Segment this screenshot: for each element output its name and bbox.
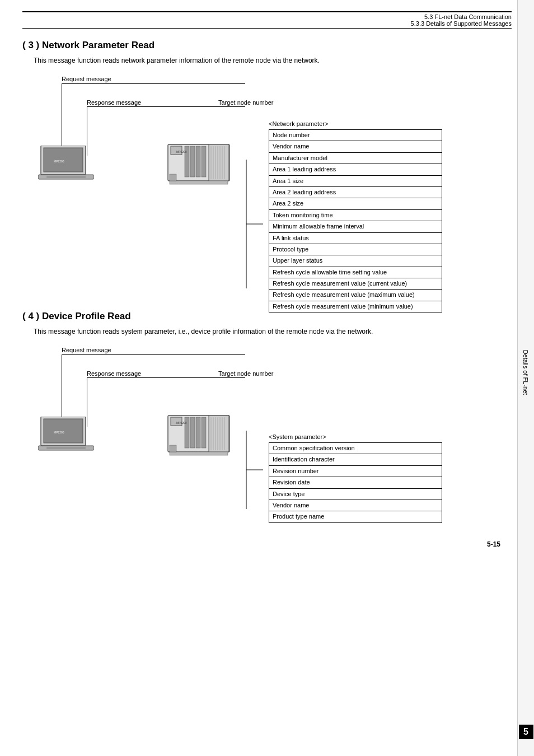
svg-text:MP2200: MP2200 bbox=[176, 150, 187, 153]
brace-2 bbox=[241, 431, 269, 509]
table-row: Revision date bbox=[269, 477, 442, 488]
svg-rect-42 bbox=[170, 445, 176, 452]
table-row: FA link status bbox=[269, 232, 442, 244]
table-row: Product type name bbox=[269, 511, 442, 522]
svg-text:MP2200: MP2200 bbox=[176, 421, 187, 424]
header-line1: 5.3 FL-net Data Communication bbox=[411, 13, 512, 20]
header-line2: 5.3.3 Details of Supported Messages bbox=[411, 20, 512, 27]
table-row: Area 1 size bbox=[269, 175, 442, 186]
table-row: Device type bbox=[269, 488, 442, 500]
svg-text:MP2200: MP2200 bbox=[54, 431, 64, 434]
svg-rect-41 bbox=[170, 452, 228, 455]
controller-device-1: MP2200 bbox=[165, 142, 232, 188]
label-response-2: Response message bbox=[87, 370, 141, 377]
system-param-table: Common specification versionIdentificati… bbox=[269, 442, 442, 523]
laptop-device-2: MP2200 bbox=[38, 417, 94, 455]
network-param-label: <Network parameter> bbox=[269, 120, 442, 127]
svg-rect-10 bbox=[202, 146, 206, 177]
svg-rect-30 bbox=[190, 417, 195, 448]
resp-line-horiz bbox=[87, 106, 245, 107]
table-row: Refresh cycle measurement value (maximum… bbox=[269, 290, 442, 301]
label-request-1: Request message bbox=[62, 76, 111, 82]
svg-rect-32 bbox=[202, 417, 206, 448]
svg-rect-25 bbox=[46, 447, 86, 449]
table-row: Node number bbox=[269, 130, 442, 141]
label-response-1: Response message bbox=[87, 99, 141, 106]
network-param-table: Node numberVendor nameManufacturer model… bbox=[269, 129, 442, 312]
section4: ( 4 ) Device Profile Read This message f… bbox=[22, 311, 512, 531]
table-row: Revision number bbox=[269, 465, 442, 477]
req-line-horiz-2 bbox=[62, 354, 245, 355]
section3-desc: This message function reads network para… bbox=[34, 57, 512, 64]
req-line-vert bbox=[62, 83, 62, 148]
req-line-horiz bbox=[62, 83, 245, 84]
table-row: Refresh cycle allowable time setting val… bbox=[269, 267, 442, 278]
table-row: Upper layer status bbox=[269, 255, 442, 267]
table-row: Vendor name bbox=[269, 141, 442, 152]
laptop-device-1: MP2200 bbox=[38, 146, 94, 184]
table-row: Protocol type bbox=[269, 244, 442, 255]
svg-rect-11 bbox=[209, 144, 228, 181]
svg-rect-3 bbox=[46, 176, 86, 178]
sidebar-text: Details of FL-net bbox=[523, 350, 530, 395]
table-row: Token monitoring time bbox=[269, 209, 442, 221]
brace-1 bbox=[241, 160, 269, 288]
svg-rect-8 bbox=[190, 146, 195, 177]
header-bar: 5.3 FL-net Data Communication 5.3.3 Deta… bbox=[22, 11, 512, 29]
table-row: Minimum allowable frame interval bbox=[269, 221, 442, 232]
table-row: Refresh cycle measurement value (current… bbox=[269, 278, 442, 290]
section3: ( 3 ) Network Parameter Read This messag… bbox=[22, 40, 512, 294]
header-right: 5.3 FL-net Data Communication 5.3.3 Deta… bbox=[411, 13, 512, 27]
svg-rect-33 bbox=[209, 416, 228, 452]
table-row: Manufacturer model bbox=[269, 152, 442, 164]
label-target-node-1: Target node number bbox=[218, 99, 273, 106]
svg-text:MP2200: MP2200 bbox=[54, 160, 64, 163]
page-number: 5-15 bbox=[487, 540, 500, 548]
section4-desc: This message function reads system param… bbox=[34, 328, 512, 335]
table-row: Area 1 leading address bbox=[269, 164, 442, 175]
section3-title: ( 3 ) Network Parameter Read bbox=[22, 40, 512, 51]
resp-line-horiz-2 bbox=[87, 377, 245, 378]
req-line-vert-2 bbox=[62, 354, 62, 419]
right-sidebar: Details of FL-net 5 bbox=[517, 0, 534, 756]
label-request-2: Request message bbox=[62, 347, 111, 353]
svg-rect-9 bbox=[196, 146, 200, 177]
table-row: Identification character bbox=[269, 454, 442, 465]
system-param-label: <System parameter> bbox=[269, 433, 442, 440]
table-row: Refresh cycle measurement value (minimum… bbox=[269, 301, 442, 312]
table-row: Area 2 leading address bbox=[269, 186, 442, 198]
table-row: Common specification version bbox=[269, 443, 442, 454]
svg-rect-31 bbox=[196, 417, 200, 448]
chapter-number: 5 bbox=[519, 725, 533, 739]
network-param-area: <Network parameter> Node numberVendor na… bbox=[269, 120, 442, 312]
controller-device-2: MP2200 bbox=[165, 413, 232, 459]
label-target-node-2: Target node number bbox=[218, 370, 273, 377]
table-row: Vendor name bbox=[269, 500, 442, 511]
svg-rect-19 bbox=[170, 181, 228, 184]
table-row: Area 2 size bbox=[269, 198, 442, 209]
system-param-area: <System parameter> Common specification … bbox=[269, 433, 442, 523]
svg-rect-20 bbox=[170, 174, 176, 181]
